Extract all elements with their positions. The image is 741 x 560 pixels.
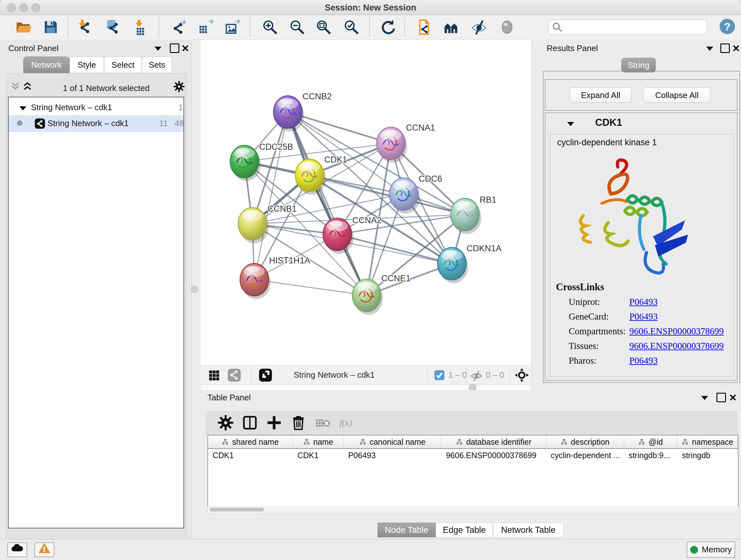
selected-checkbox-icon[interactable] bbox=[434, 370, 445, 382]
network-node-CDK1[interactable] bbox=[295, 159, 326, 195]
hidden-eye-icon[interactable] bbox=[470, 369, 482, 383]
column-header-5[interactable]: @id bbox=[624, 435, 677, 448]
tab-edge-table[interactable]: Edge Table bbox=[435, 523, 493, 537]
panel-close-icon[interactable]: ✕ bbox=[729, 392, 737, 403]
export-image-icon[interactable] bbox=[224, 19, 240, 35]
warnings-button[interactable] bbox=[35, 543, 54, 557]
table-row[interactable]: CDK1CDK1P064939606.ENSP00000378699cyclin… bbox=[208, 449, 738, 462]
panel-close-icon[interactable]: ✕ bbox=[732, 43, 740, 54]
node-label-CDKN1A: CDKN1A bbox=[467, 244, 502, 253]
crosslink-link[interactable]: 9606.ENSP00000378699 bbox=[629, 326, 724, 336]
clone-network-icon[interactable] bbox=[416, 19, 432, 35]
search-input[interactable] bbox=[565, 21, 704, 33]
network-edge[interactable] bbox=[254, 280, 367, 295]
hide-selected-icon[interactable] bbox=[471, 19, 487, 35]
column-header-2[interactable]: canonical name bbox=[344, 435, 442, 448]
network-node-CDKN1A[interactable] bbox=[437, 247, 468, 283]
help-button[interactable]: ? bbox=[720, 19, 735, 34]
scrollbar-thumb[interactable] bbox=[210, 508, 264, 511]
open-in-window-icon[interactable] bbox=[259, 368, 273, 383]
left-splitter-handle[interactable] bbox=[191, 286, 198, 293]
column-header-4[interactable]: description bbox=[546, 435, 624, 448]
panel-float-icon[interactable] bbox=[717, 393, 726, 402]
network-node-CCNA2[interactable] bbox=[323, 218, 354, 254]
network-node-RB1[interactable] bbox=[451, 198, 481, 234]
panel-collapse-icon[interactable] bbox=[705, 45, 714, 53]
collapse-all-button[interactable]: Collapse All bbox=[643, 87, 711, 103]
export-network-icon[interactable] bbox=[171, 19, 187, 35]
crosslink-link[interactable]: P06493 bbox=[629, 311, 658, 322]
cloud-icon bbox=[11, 548, 23, 554]
table-cell[interactable]: 9606.ENSP00000378699 bbox=[441, 449, 546, 462]
panel-close-icon[interactable]: ✕ bbox=[181, 43, 189, 54]
first-neighbors-icon[interactable] bbox=[443, 19, 459, 35]
tab-network[interactable]: Network bbox=[23, 57, 70, 73]
network-tree-row-selected[interactable]: String Network – cdk1 11 48 bbox=[9, 115, 184, 132]
cloud-button[interactable] bbox=[7, 543, 27, 557]
table-cell[interactable]: CDK1 bbox=[208, 449, 293, 462]
tree-collapse-icon[interactable] bbox=[19, 104, 27, 114]
panel-float-icon[interactable] bbox=[170, 44, 179, 53]
network-node-CDC6[interactable] bbox=[389, 178, 420, 213]
save-session-icon[interactable] bbox=[43, 19, 59, 35]
network-node-CDC25B[interactable] bbox=[230, 145, 261, 181]
table-cell[interactable]: P06493 bbox=[344, 449, 442, 462]
tab-style[interactable]: Style bbox=[70, 57, 104, 73]
tab-select[interactable]: Select bbox=[104, 57, 142, 73]
zoom-selected-icon[interactable] bbox=[343, 19, 359, 35]
crosslink-link[interactable]: P06493 bbox=[629, 297, 658, 307]
node-label-CDK1: CDK1 bbox=[324, 155, 347, 165]
column-header-1[interactable]: name bbox=[293, 435, 344, 448]
show-all-icon[interactable] bbox=[499, 19, 515, 35]
delete-column-icon[interactable] bbox=[290, 415, 307, 431]
network-canvas[interactable]: CCNB2CCNA1CDC25BCDK1CDC6RB1CCNB1CCNA2CDK… bbox=[201, 40, 531, 366]
grid-view-icon[interactable] bbox=[207, 368, 221, 383]
expand-all-networks-icon[interactable] bbox=[23, 81, 32, 92]
tab-network-table[interactable]: Network Table bbox=[493, 523, 563, 537]
memory-button[interactable]: Memory bbox=[687, 542, 735, 558]
collapse-all-networks-icon[interactable] bbox=[10, 81, 20, 92]
network-node-HIST1H1A[interactable] bbox=[240, 263, 271, 299]
table-horizontal-scrollbar[interactable] bbox=[207, 506, 738, 513]
import-network-file-icon[interactable] bbox=[76, 19, 92, 35]
table-cell[interactable]: stringdb bbox=[677, 449, 738, 462]
column-header-0[interactable]: shared name bbox=[208, 435, 293, 448]
birdseye-view-icon[interactable] bbox=[514, 368, 529, 384]
export-table-icon[interactable] bbox=[198, 19, 214, 35]
table-options-gear-icon[interactable] bbox=[218, 415, 233, 431]
table-cell[interactable]: cyclin-dependent ... bbox=[546, 449, 624, 462]
network-node-CCNA1[interactable] bbox=[377, 127, 407, 163]
tab-node-table[interactable]: Node Table bbox=[378, 523, 435, 537]
add-column-icon[interactable] bbox=[266, 415, 282, 431]
string-badge-icon[interactable] bbox=[227, 368, 241, 383]
gene-collapse-icon[interactable] bbox=[566, 121, 575, 128]
import-table-icon[interactable] bbox=[133, 19, 149, 35]
column-header-6[interactable]: namespace bbox=[677, 435, 738, 448]
zoom-out-icon[interactable] bbox=[289, 19, 305, 35]
import-network-database-icon[interactable] bbox=[104, 19, 120, 35]
network-node-CCNE1[interactable] bbox=[352, 279, 383, 315]
crosslink-link[interactable]: P06493 bbox=[629, 355, 658, 366]
network-edge[interactable] bbox=[254, 112, 288, 280]
network-node-CCNB2[interactable] bbox=[273, 96, 304, 132]
expand-all-button[interactable]: Expand All bbox=[569, 87, 631, 103]
refresh-layout-icon[interactable] bbox=[380, 19, 396, 35]
crosslink-link[interactable]: 9606.ENSP00000378699 bbox=[629, 341, 724, 351]
open-session-icon[interactable] bbox=[15, 19, 31, 35]
zoom-fit-icon[interactable] bbox=[316, 19, 332, 35]
tab-string-results[interactable]: String bbox=[621, 58, 656, 72]
show-columns-icon[interactable] bbox=[242, 415, 258, 431]
network-options-gear-icon[interactable]: > bbox=[173, 81, 185, 94]
tab-sets[interactable]: Sets bbox=[142, 57, 172, 73]
panel-collapse-icon[interactable] bbox=[700, 395, 709, 402]
table-cell[interactable]: CDK1 bbox=[293, 449, 344, 462]
current-network-dot-icon bbox=[17, 120, 22, 126]
function-builder-icon: f(x) bbox=[339, 415, 355, 431]
network-panel-body: 1 of 1 Network selected > String Network… bbox=[6, 73, 186, 560]
panel-collapse-icon[interactable] bbox=[154, 45, 162, 53]
zoom-in-icon[interactable] bbox=[262, 19, 278, 35]
network-tree-root-row[interactable]: String Network – cdk1 1 bbox=[9, 100, 184, 115]
column-header-3[interactable]: database identifier bbox=[441, 435, 546, 448]
panel-float-icon[interactable] bbox=[720, 44, 730, 53]
table-cell[interactable]: stringdb:9... bbox=[624, 449, 677, 462]
